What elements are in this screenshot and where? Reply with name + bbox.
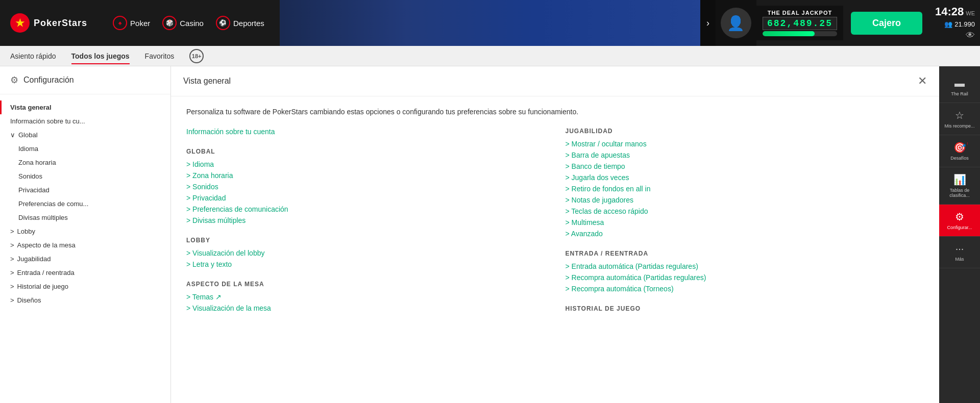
banco-tiempo-link[interactable]: Banco de tiempo [566,162,924,170]
day-label: WE [966,10,975,16]
privacidad-link[interactable]: Privacidad [186,194,545,202]
sidebar-item-the-rail[interactable]: ▬ The Rail [939,71,980,103]
lobby-heading: LOBBY [186,237,545,244]
top-bar: ★ PokerStars ♠ Poker 🎲 Casino ⚽ Deportes… [0,0,980,46]
chevron-right-icon-2: > [10,241,14,249]
hero-banner [280,0,700,46]
historial-juego-heading: HISTORIAL DE JUEGO [566,305,924,312]
barra-apuestas-link[interactable]: Barra de apuestas [566,151,924,159]
mostrar-ocultar-link[interactable]: Mostrar / ocultar manos [566,140,924,148]
config-nav-disenos[interactable]: > Diseños [0,293,170,307]
zona-horaria-link[interactable]: Zona horaria [186,171,545,180]
age-badge: 18+ [189,49,204,63]
config-nav-zona-horaria[interactable]: Zona horaria [0,156,170,169]
info-cuenta-link[interactable]: Información sobre tu cuenta [186,128,545,136]
config-nav: Vista general Información sobre tu cu...… [0,94,170,403]
sub-nav: Asiento rápido Todos los juegos Favorito… [0,46,980,66]
config-nav-jugabilidad[interactable]: > Jugabilidad [0,252,170,266]
poker-icon: ♠ [113,16,127,30]
letra-texto-link[interactable]: Letra y texto [186,260,545,268]
desafios-icon: 🎯! [953,141,966,154]
pokerstars-logo[interactable]: ★ [10,13,30,33]
config-nav-entrada-reentrada[interactable]: > Entrada / reentrada [0,266,170,280]
idioma-link[interactable]: Idioma [186,160,545,168]
sidebar-item-tablas-clasificacion[interactable]: 📊 Tablas de clasifica... [939,167,980,205]
pref-comunicacion-link[interactable]: Preferencias de comunicación [186,205,545,213]
divisas-multiples-link[interactable]: Divisas múltiples [186,216,545,224]
more-icon: ··· [955,243,964,255]
entrada-auto-link[interactable]: Entrada automática (Partidas regulares) [566,262,924,270]
config-nav-aspecto-mesa[interactable]: > Aspecto de la mesa [0,238,170,252]
recompra-torneos-link[interactable]: Recompra automática (Torneos) [566,285,924,293]
config-panel: ⚙ Configuración Vista general Informació… [0,66,171,403]
retiro-fondos-link[interactable]: Retiro de fondos en all in [566,185,924,193]
config-nav-privacidad[interactable]: Privacidad [0,183,170,197]
user-count: 👥 21.990 [944,20,975,28]
config-nav-vista-general[interactable]: Vista general [0,100,170,114]
gear-sidebar-icon: ⚙ [955,211,964,223]
section-jugabilidad: JUGABILIDAD Mostrar / ocultar manos Barr… [566,128,924,238]
config-nav-pref-comunicacion[interactable]: Preferencias de comu... [0,197,170,211]
deportes-icon: ⚽ [216,16,230,30]
subnav-todos-los-juegos[interactable]: Todos los juegos [71,48,130,64]
sidebar-item-mis-recompensas[interactable]: ☆ Mis recompe... [939,103,980,135]
config-nav-lobby[interactable]: > Lobby [0,224,170,238]
content-header: Vista general ✕ [171,66,939,96]
sidebar-item-desafios[interactable]: 🎯! Desafíos [939,135,980,167]
subnav-asiento-rapido[interactable]: Asiento rápido [10,48,56,64]
nav-poker[interactable]: ♠ Poker [113,16,150,30]
section-global: GLOBAL Idioma Zona horaria Sonidos Priva… [186,148,545,224]
jugarla-dos-link[interactable]: Jugarla dos veces [566,173,924,182]
banner-next-arrow[interactable]: › [700,0,716,46]
jackpot-amount: 682,489.25 [763,17,837,30]
config-nav-divisas-multiples[interactable]: Divisas múltiples [0,211,170,224]
time-display: 14:28 [935,5,964,18]
entrada-reentrada-heading: ENTRADA / REENTRADA [566,250,924,257]
config-nav-sonidos[interactable]: Sonidos [0,169,170,183]
visualizacion-lobby-link[interactable]: Visualización del lobby [186,249,545,257]
nav-deportes[interactable]: ⚽ Deportes [216,16,264,30]
section-info-cuenta: Información sobre tu cuenta [186,128,545,136]
global-heading: GLOBAL [186,148,545,155]
gear-icon: ⚙ [10,74,18,86]
section-aspecto-mesa: ASPECTO DE LA MESA Temas ↗ Visualización… [186,281,545,312]
visualizacion-mesa-link[interactable]: Visualización de la mesa [186,304,545,312]
recompra-auto-link[interactable]: Recompra automática (Partidas regulares) [566,273,924,282]
intro-text: Personaliza tu software de PokerStars ca… [186,107,924,117]
aspecto-mesa-heading: ASPECTO DE LA MESA [186,281,545,288]
chevron-right-icon-6: > [10,296,14,304]
temas-link[interactable]: Temas ↗ [186,293,545,301]
subnav-favoritos[interactable]: Favoritos [145,48,175,64]
right-column: JUGABILIDAD Mostrar / ocultar manos Barr… [566,128,924,324]
sidebar-item-configurar[interactable]: ⚙ Configurar... [939,205,980,237]
cashier-button[interactable]: Cajero [851,12,922,35]
notas-jugadores-link[interactable]: Notas de jugadores [566,196,924,204]
jackpot-bar [763,31,837,36]
right-sidebar: ▬ The Rail ☆ Mis recompe... 🎯! Desafíos … [939,66,980,403]
jackpot-title: THE DEAL JACKPOT [768,10,832,16]
avanzado-link[interactable]: Avanzado [566,230,924,238]
sidebar-item-mas[interactable]: ··· Más [939,237,980,268]
chart-icon: 📊 [953,173,966,186]
chevron-right-icon-3: > [10,255,14,263]
section-historial-juego: HISTORIAL DE JUEGO [566,305,924,312]
multimesa-link[interactable]: Multimesa [566,218,924,226]
config-nav-historial-juego[interactable]: > Historial de juego [0,280,170,293]
chevron-down-icon: ∨ [10,131,15,139]
chevron-right-icon: > [10,228,14,235]
close-button[interactable]: ✕ [918,74,927,88]
sonidos-link[interactable]: Sonidos [186,183,545,191]
nav-casino[interactable]: 🎲 Casino [162,16,204,30]
config-nav-global[interactable]: ∨ Global [0,128,170,142]
eye-icon[interactable]: 👁 [966,30,975,41]
content-title: Vista general [183,77,231,86]
config-title: Configuración [23,75,74,85]
config-nav-info-cuenta[interactable]: Información sobre tu cu... [0,114,170,128]
chevron-right-icon-5: > [10,283,14,290]
avatar: 👤 [721,8,751,38]
config-nav-idioma[interactable]: Idioma [0,142,170,156]
avatar-area: 👤 [716,0,756,46]
section-lobby: LOBBY Visualización del lobby Letra y te… [186,237,545,268]
jackpot-bar-fill [763,31,815,36]
teclas-acceso-link[interactable]: Teclas de acceso rápido [566,207,924,215]
